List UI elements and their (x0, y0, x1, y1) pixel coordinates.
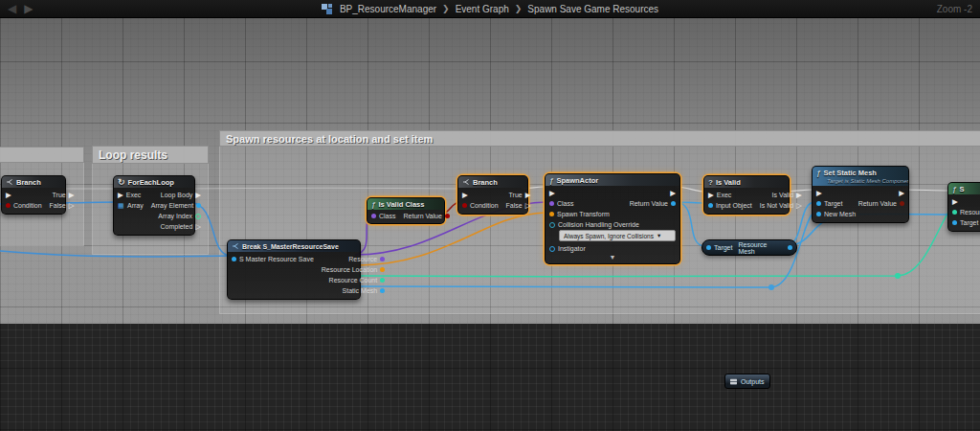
node-branch-mid[interactable]: Branch ▶ Condition True▶ False▷ (457, 175, 528, 215)
function-icon: ƒ (371, 200, 375, 209)
branch-icon (462, 178, 470, 186)
exec-in-pin[interactable]: ▶ (549, 190, 555, 197)
resource-pin[interactable] (952, 210, 957, 215)
return-value-pin[interactable] (445, 214, 450, 218)
node-set-static-mesh[interactable]: ƒ Set Static Mesh Target is Static Mesh … (812, 166, 909, 223)
comment-spawn-resources-title[interactable]: Spawn resources at location and set item (219, 130, 980, 147)
outputs-list-icon (730, 378, 737, 385)
comment-loop-results-title[interactable]: Loop results (92, 146, 209, 164)
zoom-level-indicator: Zoom -2 (937, 0, 972, 17)
node-outputs[interactable]: Outputs (724, 374, 770, 389)
new-mesh-pin[interactable] (816, 212, 821, 216)
exec-out-pin[interactable]: ▶ (899, 190, 904, 197)
is-valid-exec-pin[interactable]: ▶ (796, 192, 802, 199)
array-index-pin[interactable] (195, 214, 201, 219)
class-pin[interactable] (549, 201, 554, 206)
blueprint-graph-canvas[interactable]: Loop results Spawn resources at location… (0, 0, 980, 431)
node-branch-left[interactable]: Branch ▶ Condition True▶ False▷ (1, 175, 66, 215)
target-pin[interactable] (952, 220, 957, 225)
expand-arrow-icon[interactable]: ▼ (546, 254, 679, 261)
false-exec-pin[interactable]: ▷ (525, 202, 531, 210)
exec-in-pin[interactable]: ▶ (816, 190, 822, 197)
question-icon: ? (708, 178, 713, 187)
node-branch-mid-header: Branch (458, 176, 527, 188)
resource-count-pin[interactable] (380, 278, 385, 283)
return-value-pin[interactable] (671, 201, 676, 206)
chevron-down-icon: ▾ (657, 232, 660, 239)
graph-topbar: ◀ ▶ BP_ResourceManager ❯ Event Graph ❯ S… (0, 0, 980, 18)
target-pin[interactable] (706, 245, 711, 250)
node-spawn-actor[interactable]: ƒ SpawnActor ▶ ▶ Class Return Value Spaw… (545, 173, 680, 264)
loop-body-exec-pin[interactable]: ▶ (195, 192, 201, 199)
node-break-struct[interactable]: Break S_MasterResourceSave S Master Reso… (227, 239, 361, 300)
target-pin[interactable] (816, 201, 821, 206)
resource-mesh-out-pin[interactable] (788, 245, 792, 250)
exec-in-pin[interactable]: ▶ (6, 192, 11, 199)
function-icon: ƒ (952, 185, 956, 193)
resource-location-pin[interactable] (380, 267, 385, 272)
function-icon: ƒ (816, 169, 820, 177)
condition-pin[interactable] (6, 203, 11, 208)
break-struct-icon (232, 242, 239, 250)
exec-in-pin[interactable]: ▶ (118, 192, 123, 199)
false-exec-pin[interactable]: ▷ (69, 202, 75, 210)
condition-pin[interactable] (462, 203, 467, 208)
node-is-valid-header: ? Is Valid (704, 176, 789, 188)
spawn-transform-pin[interactable] (549, 212, 554, 216)
class-pin[interactable] (371, 214, 376, 218)
node-is-valid-class-header: ƒ Is Valid Class (368, 198, 444, 210)
back-arrow-icon[interactable]: ◀ (8, 3, 16, 14)
struct-in-pin[interactable] (232, 257, 236, 261)
exec-out-pin[interactable]: ▶ (670, 190, 676, 197)
node-right-partial[interactable]: ƒ S ▶ Resourc Target (947, 182, 980, 232)
loop-icon: ↻ (118, 177, 125, 187)
is-not-valid-exec-pin[interactable]: ▷ (796, 202, 802, 210)
node-foreachloop[interactable]: ↻ ForEachLoop ▶Exec ▦Array Loop Body▶ Ar… (113, 175, 195, 236)
breadcrumb-root[interactable]: BP_ResourceManager (340, 4, 436, 14)
breadcrumb-spawn-save[interactable]: Spawn Save Game Resources (527, 4, 658, 14)
collision-override-pin[interactable] (549, 222, 555, 228)
array-pin[interactable]: ▦ (118, 202, 124, 209)
node-break-header: Break S_MasterResourceSave (228, 240, 360, 252)
resource-pin[interactable] (380, 257, 385, 261)
node-right-partial-header: ƒ S (948, 183, 980, 194)
breadcrumb: BP_ResourceManager ❯ Event Graph ❯ Spawn… (322, 4, 658, 14)
node-set-static-mesh-header: ƒ Set Static Mesh Target is Static Mesh … (813, 167, 908, 186)
completed-exec-pin[interactable]: ▷ (195, 223, 201, 231)
node-branch-left-header: Branch (2, 176, 65, 188)
true-exec-pin[interactable]: ▶ (69, 192, 75, 199)
node-resource-mesh[interactable]: Target Resource Mesh (702, 239, 797, 256)
exec-in-pin[interactable]: ▶ (462, 192, 468, 199)
breadcrumb-separator-icon: ❯ (442, 4, 450, 13)
true-exec-pin[interactable]: ▶ (525, 192, 531, 199)
branch-icon (6, 178, 13, 186)
collision-override-dropdown[interactable]: Always Spawn, Ignore Collisions ▾ (559, 230, 676, 241)
node-is-valid-class[interactable]: ƒ Is Valid Class Class Return Value (367, 197, 445, 224)
breadcrumb-event-graph[interactable]: Event Graph (456, 4, 509, 14)
instigator-pin[interactable] (549, 246, 555, 252)
static-mesh-pin[interactable] (380, 288, 385, 293)
node-spawn-actor-header: ƒ SpawnActor (546, 174, 679, 186)
array-element-pin[interactable] (196, 203, 201, 208)
spawn-actor-icon: ƒ (549, 176, 553, 185)
return-value-pin[interactable] (900, 201, 904, 206)
blueprint-icon (322, 4, 332, 14)
exec-in-pin[interactable]: ▶ (708, 192, 714, 199)
node-foreachloop-header: ↻ ForEachLoop (114, 176, 194, 188)
exec-in-pin[interactable]: ▶ (952, 198, 958, 206)
node-is-valid[interactable]: ? Is Valid ▶Exec Input Object Is Valid▶ … (703, 175, 790, 215)
input-object-pin[interactable] (708, 203, 713, 208)
forward-arrow-icon[interactable]: ▶ (24, 3, 33, 14)
comment-left-header[interactable] (0, 147, 84, 163)
breadcrumb-separator-icon: ❯ (515, 4, 523, 13)
